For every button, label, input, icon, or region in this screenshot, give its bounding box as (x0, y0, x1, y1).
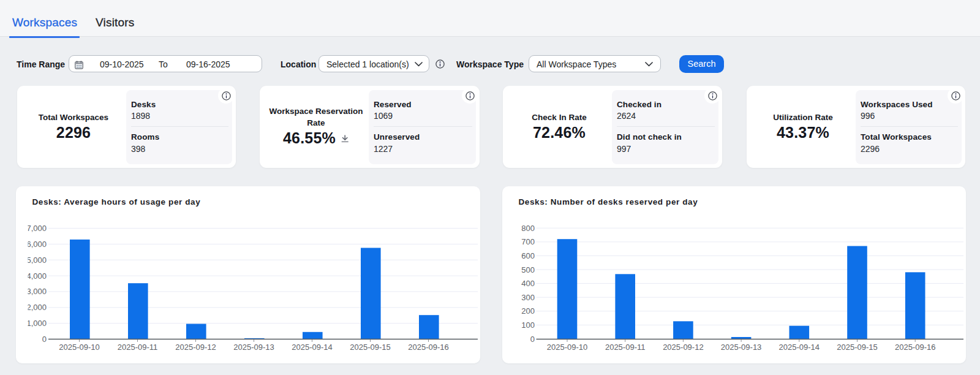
svg-text:2025-09-11: 2025-09-11 (118, 343, 158, 352)
svg-text:2025-09-12: 2025-09-12 (175, 343, 216, 352)
svg-text:500: 500 (521, 265, 535, 275)
svg-text:700: 700 (521, 237, 535, 246)
svg-text:2,000: 2,000 (26, 303, 47, 312)
svg-text:0: 0 (530, 335, 535, 344)
svg-text:2025-09-12: 2025-09-12 (663, 343, 704, 352)
svg-text:2025-09-13: 2025-09-13 (233, 343, 274, 352)
svg-text:400: 400 (521, 279, 535, 288)
svg-text:100: 100 (521, 320, 535, 330)
svg-text:2025-09-16: 2025-09-16 (408, 343, 449, 352)
svg-text:300: 300 (521, 293, 535, 302)
svg-text:2025-09-16: 2025-09-16 (895, 343, 936, 352)
svg-text:2025-09-15: 2025-09-15 (350, 343, 391, 352)
svg-text:0: 0 (42, 335, 47, 344)
svg-text:2025-09-14: 2025-09-14 (779, 343, 820, 352)
svg-text:7,000: 7,000 (26, 224, 47, 233)
svg-text:2025-09-10: 2025-09-10 (547, 343, 588, 352)
svg-text:600: 600 (521, 251, 535, 260)
svg-text:6,000: 6,000 (26, 240, 47, 249)
svg-text:Desks: Average hours of usage: Desks: Average hours of usage per day (32, 197, 201, 206)
svg-text:4,000: 4,000 (26, 271, 47, 281)
svg-text:3,000: 3,000 (26, 287, 47, 296)
svg-text:2025-09-14: 2025-09-14 (292, 343, 333, 352)
svg-text:200: 200 (521, 306, 535, 316)
svg-text:5,000: 5,000 (26, 256, 47, 265)
svg-text:1,000: 1,000 (26, 319, 47, 328)
svg-text:Desks: Number of desks reserve: Desks: Number of desks reserved per day (519, 197, 698, 206)
svg-text:2025-09-13: 2025-09-13 (721, 343, 762, 352)
svg-text:2025-09-10: 2025-09-10 (59, 343, 100, 352)
svg-text:2025-09-15: 2025-09-15 (837, 343, 878, 352)
svg-text:2025-09-11: 2025-09-11 (605, 343, 646, 352)
svg-text:800: 800 (521, 224, 535, 233)
